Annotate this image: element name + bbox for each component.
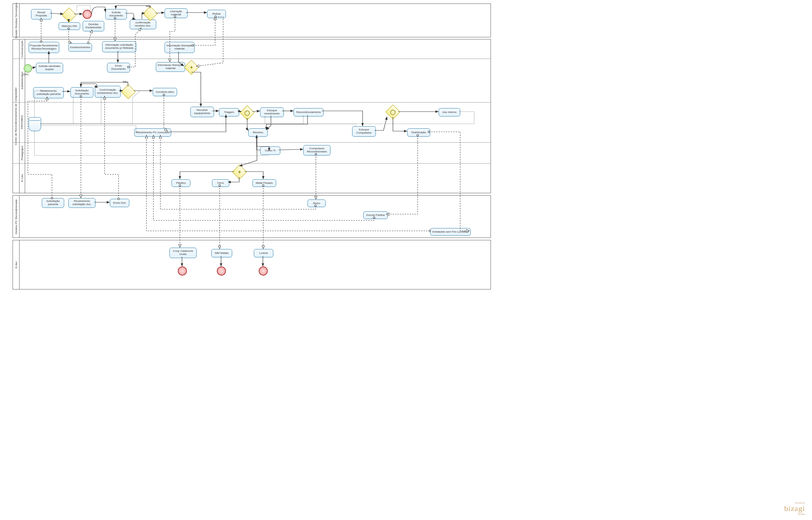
task-lorene: Lorene — [254, 249, 273, 257]
task-recondicionamento: Recondicionamento — [294, 108, 324, 116]
task-estoque-computador: Estoque Computador — [352, 126, 376, 137]
task-solicitacao-documento: Solicitação Documento — [70, 87, 93, 98]
label-crc: CRC — [23, 73, 29, 76]
task-ferro: Ferro — [212, 179, 229, 187]
pool-crc: Centro de Recondicionamento de Computado… — [13, 39, 491, 193]
task-recolher-equip: Recolher equipamento — [190, 107, 214, 117]
pool-doador: Doador Resíduo Tecnológico — [13, 3, 491, 37]
task-info-liberacao-material: Informação liberação material — [165, 42, 195, 53]
task-recebimento-sol-parceria: Recebimento solicitação parceria — [33, 87, 64, 98]
task-escola-publica: Escola Pública — [363, 211, 388, 219]
task-metal-pesado: Metal Pesado — [252, 179, 276, 187]
start-event-crc — [24, 64, 32, 73]
lane-label-administrativo: Administrativo — [19, 59, 25, 102]
task-uso-interno: Uso interno — [439, 108, 460, 116]
pool-label-crc: Centro de Recondicionamento de Computado… — [13, 39, 20, 193]
task-conf-receb-doc2: Conf.irmação recebimento doc. — [95, 86, 121, 98]
task-solicita-documento: Solicita documento — [105, 9, 127, 20]
task-conf-recebeu-doc: confirmação recebeu doc. — [130, 20, 156, 29]
task-triagem: Triagem — [219, 108, 239, 116]
lane-label-comunicacao: Comunicação — [19, 39, 25, 59]
task-residuo: Resíduo — [248, 128, 268, 137]
pool-label-doador: Doador Resíduo Tecnológico — [13, 4, 20, 37]
task-estoque-recebimento: Estoque recebimento — [260, 107, 284, 117]
task-mm-metais: MM Metais — [211, 249, 232, 257]
task-retirar: Retirar — [207, 10, 226, 18]
task-plastico: Plástico — [172, 179, 190, 187]
task-envio-documento: Envio Documento — [107, 63, 130, 73]
task-duvidas-esc: Dúvidas Esclarecidas — [83, 21, 104, 31]
datastore — [29, 117, 41, 131]
task-solicita-candidato: Solicita candidato doador — [36, 63, 63, 73]
task-receb-proposta: Receb Proposta — [31, 9, 52, 20]
lane-label-informatica: Informática — [19, 102, 25, 142]
lane-label-pedagogico: Pedagógico — [19, 142, 25, 163]
task-envio-doc: Envio Doc — [110, 199, 129, 207]
task-recebimento-pc-comodato: Recebimento PC comodato — [134, 128, 171, 137]
task-liberacao-material: Liberação material — [165, 8, 188, 18]
pool-label-destinopc: Destino PC Recondicionado — [13, 196, 20, 238]
task-entidade-sem-fim: Entidadde sem Fim Lucrátivo — [430, 228, 471, 236]
label-nao2: Não — [123, 80, 128, 83]
task-solicitacao-parceria: Solicitação parceria — [42, 198, 64, 208]
task-info-solic-doc-retirada: Informação solicitação documento p/ Reti… — [102, 41, 136, 52]
end-event-mm — [217, 266, 226, 276]
end-event-doador — [83, 10, 92, 19]
task-computador-recond: Computador Recondicionado — [303, 145, 331, 156]
task-recebimento-sol-doc: Recebimento solicitação doc. — [68, 198, 96, 208]
task-maiores-info: Maiores Info — [59, 22, 80, 30]
pool-elixo: E-lixo — [13, 240, 491, 289]
task-curso-ti: Curso TI — [260, 146, 280, 155]
label-nao1: Não — [146, 5, 151, 8]
lane-label-elixo: E-Lixo — [19, 163, 25, 193]
end-event-lorene — [259, 266, 268, 276]
task-aluno: Aluno — [308, 199, 326, 207]
task-convenio-ativo: Convênio ativo — [153, 88, 177, 96]
bpmn-canvas: Doador Resíduo Tecnológico Centro de Rec… — [0, 0, 812, 520]
bizagi-logo: Powered by bizagi Modeler — [784, 502, 805, 515]
task-esclarecimentos: Esclarecimentos — [68, 43, 92, 52]
end-event-coop — [178, 266, 187, 276]
task-distribuicao: Distribuição — [407, 128, 430, 137]
task-coop-catadores: Coop Catadores locais — [169, 248, 197, 258]
pool-label-elixo: E-lixo — [13, 240, 20, 289]
task-informacao-lib-mat: Informacao liberação material — [156, 62, 185, 72]
task-proposta-receb-residuo: Proposta Recebimento ResíduoTecnológico — [29, 42, 59, 53]
